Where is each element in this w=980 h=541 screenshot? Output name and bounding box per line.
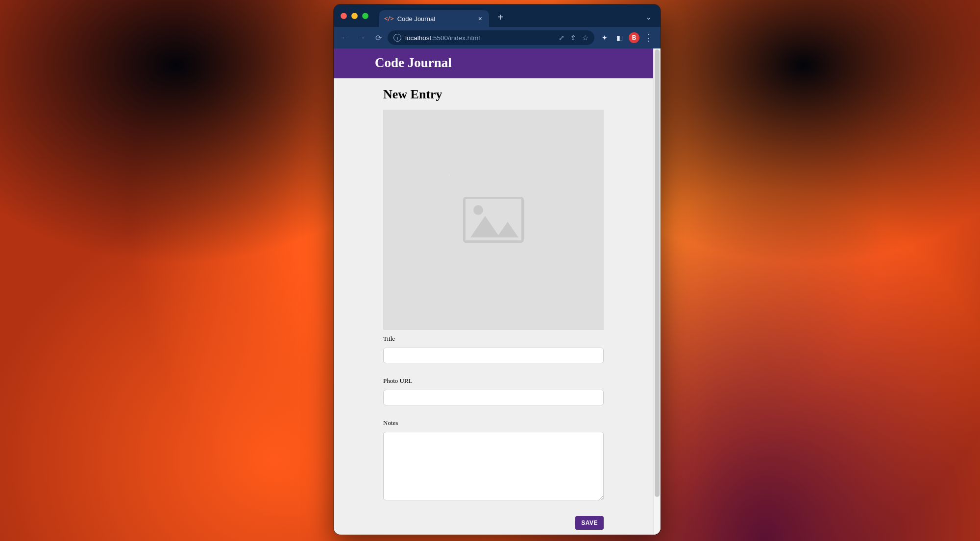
browser-titlebar: </> Code Journal × + ⌄ — [334, 4, 661, 27]
window-zoom-button[interactable] — [362, 13, 368, 19]
nav-back-button[interactable]: ← — [338, 30, 352, 45]
nav-reload-button[interactable]: ⟳ — [371, 30, 386, 45]
tab-close-icon[interactable]: × — [476, 14, 484, 23]
site-info-icon[interactable]: i — [393, 34, 401, 42]
browser-toolbar: ← → ⟳ i localhost:5500/index.html ⤢ ⇪ ☆ … — [334, 27, 661, 48]
app-header: Code Journal — [334, 48, 661, 78]
notes-label: Notes — [383, 419, 604, 427]
side-panel-icon[interactable]: ◧ — [614, 32, 625, 43]
app-title: Code Journal — [375, 55, 661, 71]
url-port: :5500 — [431, 34, 448, 42]
save-button[interactable]: SAVE — [575, 516, 604, 530]
extensions-icon[interactable]: ✦ — [599, 32, 610, 43]
field-title: Title — [383, 335, 604, 363]
field-photo-url: Photo URL — [383, 377, 604, 405]
bookmark-icon[interactable]: ☆ — [582, 34, 588, 42]
window-close-button[interactable] — [341, 13, 347, 19]
url-host: localhost — [405, 34, 431, 42]
title-label: Title — [383, 335, 604, 343]
profile-badge[interactable]: B — [629, 32, 639, 43]
photo-url-input[interactable] — [383, 390, 604, 405]
tab-title: Code Journal — [397, 15, 472, 23]
tab-overflow-icon[interactable]: ⌄ — [642, 13, 656, 21]
form-actions: SAVE — [383, 516, 604, 530]
share-icon[interactable]: ⇪ — [570, 34, 576, 42]
field-notes: Notes — [383, 419, 604, 502]
photo-url-label: Photo URL — [383, 377, 604, 385]
browser-window: </> Code Journal × + ⌄ ← → ⟳ i localhost… — [334, 4, 661, 535]
page-heading: New Entry — [383, 87, 604, 102]
notes-textarea[interactable] — [383, 432, 604, 500]
browser-tab[interactable]: </> Code Journal × — [379, 10, 489, 27]
window-minimize-button[interactable] — [351, 13, 358, 19]
tab-favicon-icon: </> — [384, 15, 393, 22]
window-controls — [341, 13, 368, 19]
title-input[interactable] — [383, 348, 604, 363]
zoom-icon[interactable]: ⤢ — [559, 34, 564, 42]
image-placeholder-icon — [463, 197, 524, 243]
new-tab-button[interactable]: + — [493, 12, 509, 23]
photo-placeholder — [383, 110, 604, 330]
nav-forward-button[interactable]: → — [354, 30, 369, 45]
browser-menu-icon[interactable]: ⋮ — [641, 32, 657, 43]
address-bar[interactable]: i localhost:5500/index.html ⤢ ⇪ ☆ — [388, 30, 594, 45]
extensions-area: ✦ ◧ B — [599, 32, 639, 43]
url-path: /index.html — [448, 34, 480, 42]
scrollbar-thumb[interactable] — [655, 49, 660, 497]
page-viewport: Code Journal New Entry Title Phot — [334, 48, 661, 535]
scrollbar[interactable] — [653, 48, 661, 535]
page-body: New Entry Title Photo URL — [334, 78, 653, 535]
